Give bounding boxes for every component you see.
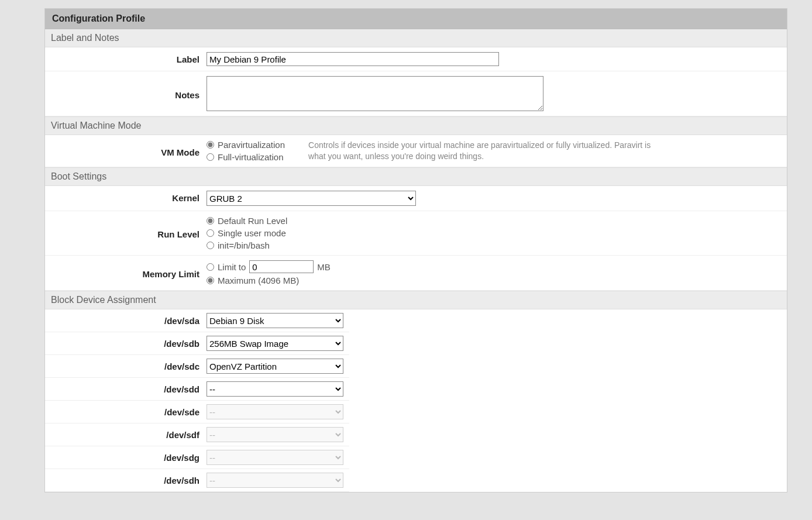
section-block: Block Device Assignment (45, 291, 787, 309)
vm-mode-paravirt-radio[interactable] (207, 141, 214, 149)
device-select-sdd[interactable]: -- (207, 381, 343, 397)
runlevel-default-label: Default Run Level (218, 216, 287, 226)
vm-mode-help: Controls if devices inside your virtual … (308, 140, 659, 162)
device-row-sdh: /dev/sdh -- (45, 469, 349, 492)
runlevel-single-label: Single user mode (218, 228, 286, 238)
row-runlevel: Run Level Default Run Level Single user … (45, 211, 787, 256)
device-row-sdd: /dev/sdd -- (45, 378, 349, 401)
memory-limit-input[interactable] (249, 260, 314, 273)
runlevel-init-label: init=/bin/bash (218, 240, 270, 250)
notes-field-label: Notes (45, 88, 207, 100)
vm-mode-paravirt-option[interactable]: Paravirtualization (207, 140, 285, 150)
device-label-sdf: /dev/sdf (45, 430, 207, 440)
device-select-sdg: -- (207, 450, 343, 465)
row-label: Label (45, 47, 787, 71)
memory-max-option[interactable]: Maximum (4096 MB) (207, 276, 331, 285)
memory-limit-suffix: MB (317, 262, 331, 272)
vm-mode-paravirt-label: Paravirtualization (218, 140, 285, 150)
label-field-label: Label (45, 52, 207, 64)
runlevel-single-radio[interactable] (207, 229, 214, 237)
runlevel-default-option[interactable]: Default Run Level (207, 216, 287, 226)
device-select-sda[interactable]: Debian 9 Disk (207, 313, 343, 328)
config-profile-panel: Configuration Profile Label and Notes La… (44, 8, 787, 493)
device-label-sdg: /dev/sdg (45, 453, 207, 463)
device-row-sde: /dev/sde -- (45, 401, 349, 423)
row-memory: Memory Limit Limit to MB Maximum (4096 M… (45, 256, 787, 291)
memory-label: Memory Limit (45, 267, 207, 279)
device-row-sdb: /dev/sdb 256MB Swap Image (45, 332, 349, 355)
label-input[interactable] (207, 52, 499, 66)
device-select-sdb[interactable]: 256MB Swap Image (207, 336, 343, 351)
block-device-list: /dev/sda Debian 9 Disk /dev/sdb 256MB Sw… (45, 309, 787, 492)
vm-mode-full-radio[interactable] (207, 153, 214, 161)
memory-limit-prefix: Limit to (218, 262, 246, 272)
memory-max-label: Maximum (4096 MB) (218, 276, 299, 285)
device-label-sda: /dev/sda (45, 316, 207, 326)
device-label-sdh: /dev/sdh (45, 476, 207, 485)
device-label-sdc: /dev/sdc (45, 361, 207, 371)
vm-mode-full-option[interactable]: Full-virtualization (207, 152, 285, 162)
row-notes: Notes (45, 71, 787, 116)
device-select-sdh: -- (207, 473, 343, 488)
device-row-sdg: /dev/sdg -- (45, 446, 349, 469)
device-select-sdc[interactable]: OpenVZ Partition (207, 359, 343, 374)
runlevel-default-radio[interactable] (207, 217, 214, 225)
device-row-sda: /dev/sda Debian 9 Disk (45, 309, 349, 332)
kernel-select[interactable]: GRUB 2 (207, 191, 416, 206)
memory-max-radio[interactable] (207, 277, 214, 284)
runlevel-label: Run Level (45, 227, 207, 239)
device-label-sdd: /dev/sdd (45, 384, 207, 394)
vm-mode-label: VM Mode (45, 145, 207, 157)
runlevel-init-option[interactable]: init=/bin/bash (207, 240, 287, 250)
device-select-sdf: -- (207, 427, 343, 442)
device-row-sdc: /dev/sdc OpenVZ Partition (45, 355, 349, 378)
panel-title: Configuration Profile (45, 9, 787, 29)
row-vm-mode: VM Mode Paravirtualization Full-virtuali… (45, 135, 787, 167)
memory-limit-radio[interactable] (207, 263, 214, 271)
device-label-sde: /dev/sde (45, 407, 207, 417)
memory-limit-option[interactable]: Limit to MB (207, 260, 331, 273)
runlevel-single-option[interactable]: Single user mode (207, 228, 287, 238)
row-kernel: Kernel GRUB 2 (45, 186, 787, 211)
device-row-sdf: /dev/sdf -- (45, 423, 349, 446)
section-label-notes: Label and Notes (45, 29, 787, 47)
section-boot: Boot Settings (45, 167, 787, 186)
device-label-sdb: /dev/sdb (45, 339, 207, 349)
section-vm-mode: Virtual Machine Mode (45, 116, 787, 135)
vm-mode-full-label: Full-virtualization (218, 152, 284, 162)
notes-textarea[interactable] (207, 76, 543, 111)
kernel-label: Kernel (45, 191, 207, 203)
device-select-sde: -- (207, 404, 343, 419)
runlevel-init-radio[interactable] (207, 242, 214, 249)
